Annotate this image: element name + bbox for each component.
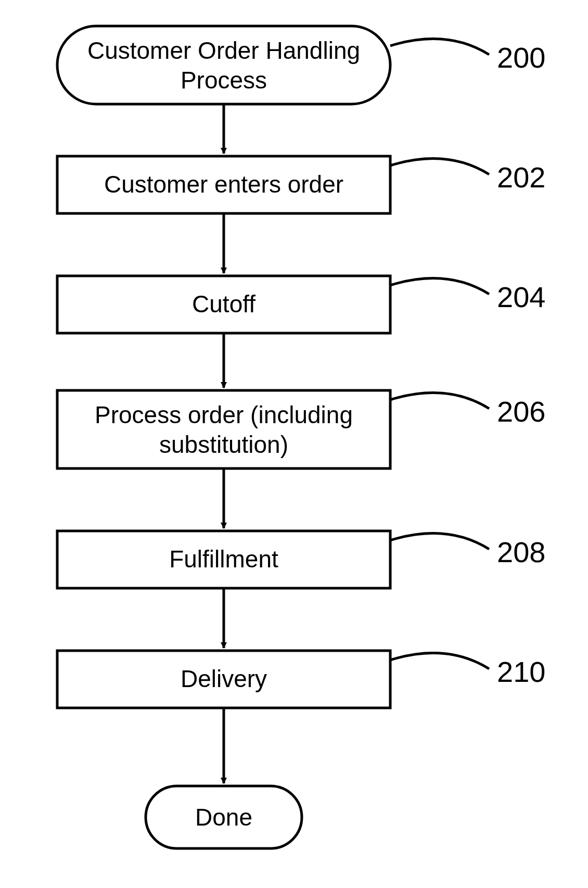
node-fulfillment: Fulfillment 208 — [57, 531, 545, 588]
leader-210 — [390, 653, 489, 669]
node-done: Done — [146, 786, 302, 848]
leader-206 — [390, 392, 489, 409]
label-204: 204 — [497, 281, 545, 313]
leader-200 — [390, 39, 489, 55]
node-delivery-text: Delivery — [181, 665, 267, 692]
node-process-line2: substitution) — [159, 431, 288, 458]
node-fulfillment-text: Fulfillment — [169, 546, 278, 573]
leader-208 — [390, 533, 489, 549]
node-start: Customer Order Handling Process 200 — [57, 26, 545, 104]
label-200: 200 — [497, 41, 545, 74]
node-process-line1: Process order (including — [95, 401, 353, 428]
node-enter-order-text: Customer enters order — [104, 171, 343, 198]
leader-204 — [390, 278, 489, 294]
node-cutoff: Cutoff 204 — [57, 276, 545, 333]
node-enter-order: Customer enters order 202 — [57, 156, 545, 213]
node-delivery: Delivery 210 — [57, 651, 545, 708]
leader-202 — [390, 158, 489, 174]
node-cutoff-text: Cutoff — [192, 290, 255, 318]
node-start-line2: Process — [181, 67, 267, 94]
flowchart-diagram: Customer Order Handling Process 200 Cust… — [0, 0, 588, 888]
label-210: 210 — [497, 655, 545, 688]
node-done-text: Done — [195, 804, 252, 831]
node-process-order: Process order (including substitution) 2… — [57, 390, 545, 468]
label-206: 206 — [497, 395, 545, 428]
label-208: 208 — [497, 536, 545, 568]
node-start-line1: Customer Order Handling — [87, 37, 360, 64]
label-202: 202 — [497, 161, 545, 194]
